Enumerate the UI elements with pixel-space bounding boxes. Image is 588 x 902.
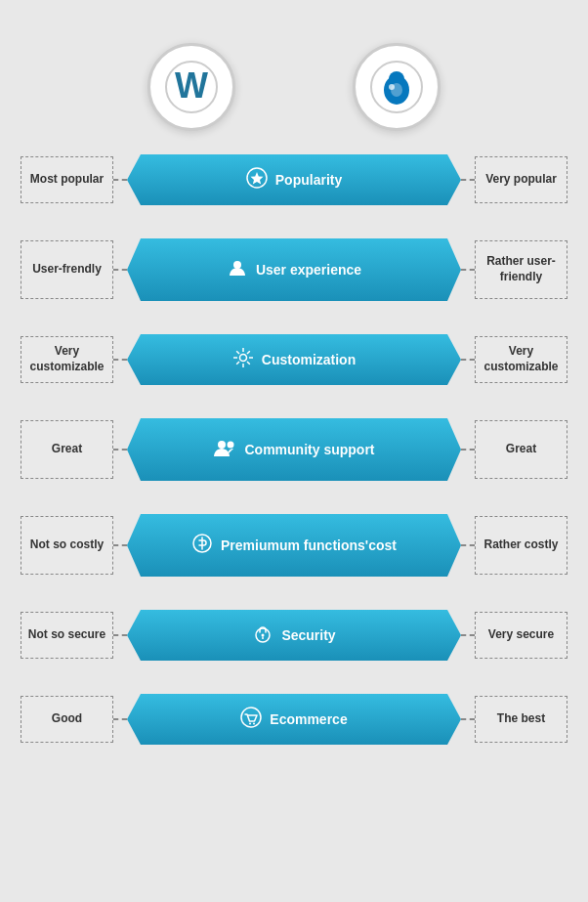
- right-label: Rather costly: [475, 516, 567, 575]
- category-banner: Community support: [127, 418, 461, 481]
- svg-point-10: [239, 354, 246, 361]
- right-label: Rather user-friendly: [475, 240, 567, 299]
- comparison-row: Good EcommerceThe best: [21, 694, 567, 745]
- category-icon: [252, 623, 273, 649]
- right-label: Very secure: [475, 612, 567, 659]
- category-banner: Popularity: [127, 154, 461, 205]
- category-label: Premiumum functions'cost: [221, 537, 397, 554]
- comparison-row: Not so secure SecurityVery secure: [21, 610, 567, 661]
- svg-point-15: [262, 633, 265, 636]
- svg-point-18: [249, 722, 251, 724]
- svg-point-11: [218, 441, 226, 449]
- comparison-row: Very customizable CustomizationVery cust…: [21, 334, 567, 385]
- category-label: Security: [281, 627, 335, 644]
- comparison-row: Most popular PopularityVery popular: [21, 154, 567, 205]
- left-label: Good: [21, 696, 113, 743]
- svg-point-17: [241, 708, 261, 727]
- category-label: Community support: [245, 442, 375, 458]
- wordpress-logo: W: [147, 43, 235, 131]
- category-icon: [191, 533, 213, 559]
- category-icon: [240, 707, 262, 733]
- category-label: Popularity: [275, 172, 342, 189]
- category-icon: [246, 167, 268, 193]
- svg-point-9: [233, 261, 241, 269]
- comparison-row: Not so costly Premiumum functions'costRa…: [21, 514, 567, 577]
- category-banner: Security: [127, 610, 461, 661]
- category-label: User experience: [256, 262, 361, 279]
- category-banner: Premiumum functions'cost: [127, 514, 461, 577]
- category-icon: [232, 347, 254, 373]
- right-label: Very customizable: [475, 336, 567, 383]
- category-icon: [227, 257, 248, 283]
- comparison-row: User-frendly User experienceRather user-…: [21, 238, 567, 301]
- left-label: Not so secure: [21, 612, 113, 659]
- left-label: User-frendly: [21, 240, 113, 299]
- comparison-row: Great Community supportGreat: [21, 418, 567, 481]
- svg-marker-8: [250, 172, 263, 185]
- logos-row: W: [147, 43, 441, 131]
- category-label: Ecommerce: [270, 711, 347, 728]
- right-label: Very popular: [475, 156, 567, 203]
- category-label: Customization: [262, 352, 356, 368]
- left-label: Most popular: [21, 156, 113, 203]
- comparison-container: Most popular PopularityVery popularUser-…: [21, 154, 567, 745]
- right-label: Great: [475, 420, 567, 479]
- left-label: Great: [21, 420, 113, 479]
- left-label: Not so costly: [21, 516, 113, 575]
- svg-point-12: [227, 441, 233, 448]
- category-icon: [214, 437, 237, 463]
- category-banner: User experience: [127, 238, 461, 301]
- right-label: The best: [475, 696, 567, 743]
- category-banner: Ecommerce: [127, 694, 461, 745]
- svg-point-19: [253, 722, 255, 724]
- svg-point-6: [389, 84, 395, 90]
- category-banner: Customization: [127, 334, 461, 385]
- left-label: Very customizable: [21, 336, 113, 383]
- drupal-logo: [353, 43, 441, 131]
- svg-text:W: W: [175, 65, 208, 106]
